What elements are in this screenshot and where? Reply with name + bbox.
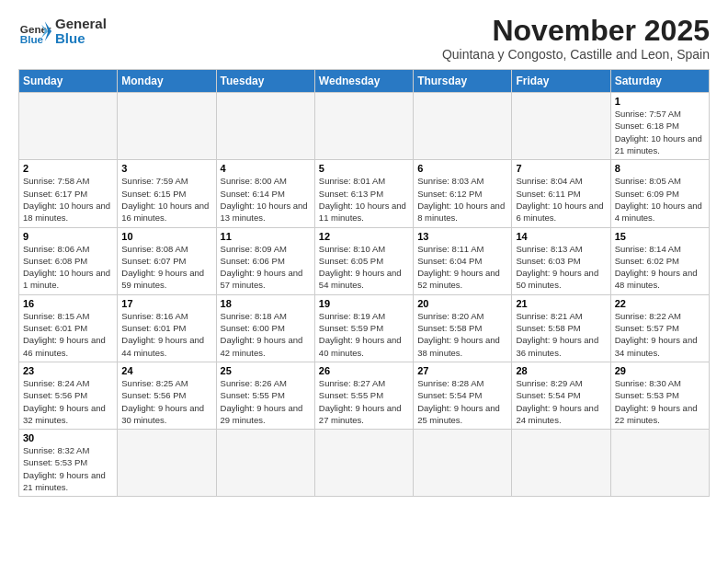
day-info: Sunrise: 7:57 AMSunset: 6:18 PMDaylight:…: [615, 108, 705, 156]
calendar-cell-day-empty: [512, 93, 610, 160]
day-number: 19: [319, 298, 409, 309]
day-number: 4: [221, 163, 311, 174]
calendar-cell-day-6: 6Sunrise: 8:03 AMSunset: 6:12 PMDaylight…: [414, 160, 512, 227]
calendar-cell-day-2: 2Sunrise: 7:58 AMSunset: 6:17 PMDaylight…: [19, 160, 118, 227]
calendar-week-2: 2Sunrise: 7:58 AMSunset: 6:17 PMDaylight…: [19, 160, 710, 227]
calendar-cell-day-20: 20Sunrise: 8:20 AMSunset: 5:58 PMDayligh…: [414, 294, 512, 362]
day-info: Sunrise: 8:15 AMSunset: 6:01 PMDaylight:…: [23, 310, 113, 359]
calendar-cell-day-8: 8Sunrise: 8:05 AMSunset: 6:09 PMDaylight…: [610, 160, 709, 227]
calendar-cell-day-19: 19Sunrise: 8:19 AMSunset: 5:59 PMDayligh…: [314, 294, 413, 362]
calendar-cell-day-24: 24Sunrise: 8:25 AMSunset: 5:56 PMDayligh…: [118, 362, 216, 429]
day-info: Sunrise: 8:21 AMSunset: 5:58 PMDaylight:…: [516, 310, 606, 359]
day-info: Sunrise: 8:25 AMSunset: 5:56 PMDaylight:…: [121, 377, 211, 426]
calendar-cell-day-empty: [314, 93, 413, 160]
calendar-cell-day-29: 29Sunrise: 8:30 AMSunset: 5:53 PMDayligh…: [610, 362, 709, 429]
calendar-cell-day-25: 25Sunrise: 8:26 AMSunset: 5:55 PMDayligh…: [216, 362, 314, 429]
calendar-week-5: 23Sunrise: 8:24 AMSunset: 5:56 PMDayligh…: [19, 362, 710, 429]
calendar-cell-day-15: 15Sunrise: 8:14 AMSunset: 6:02 PMDayligh…: [610, 227, 709, 294]
day-info: Sunrise: 8:29 AMSunset: 5:54 PMDaylight:…: [516, 377, 606, 426]
day-info: Sunrise: 8:05 AMSunset: 6:09 PMDaylight:…: [615, 175, 705, 224]
day-number: 18: [221, 298, 311, 309]
title-block: November 2025 Quintana y Congosto, Casti…: [442, 15, 710, 62]
calendar-cell-day-28: 28Sunrise: 8:29 AMSunset: 5:54 PMDayligh…: [512, 362, 610, 429]
day-info: Sunrise: 8:00 AMSunset: 6:14 PMDaylight:…: [221, 175, 311, 224]
calendar-cell-day-30: 30Sunrise: 8:32 AMSunset: 5:53 PMDayligh…: [19, 430, 118, 497]
location-subtitle: Quintana y Congosto, Castille and Leon, …: [442, 47, 710, 62]
calendar-cell-day-4: 4Sunrise: 8:00 AMSunset: 6:14 PMDaylight…: [216, 160, 314, 227]
calendar-cell-day-5: 5Sunrise: 8:01 AMSunset: 6:13 PMDaylight…: [314, 160, 413, 227]
day-info: Sunrise: 8:18 AMSunset: 6:00 PMDaylight:…: [221, 310, 311, 359]
calendar-cell-day-empty: [414, 430, 512, 497]
day-number: 23: [23, 365, 113, 376]
col-header-friday: Friday: [512, 70, 610, 93]
day-number: 26: [319, 365, 409, 376]
day-info: Sunrise: 8:24 AMSunset: 5:56 PMDaylight:…: [23, 377, 113, 426]
calendar-cell-day-empty: [118, 93, 216, 160]
day-info: Sunrise: 8:32 AMSunset: 5:53 PMDaylight:…: [23, 444, 113, 493]
day-number: 7: [516, 163, 606, 174]
day-number: 14: [516, 231, 606, 242]
calendar-cell-day-12: 12Sunrise: 8:10 AMSunset: 6:05 PMDayligh…: [314, 227, 413, 294]
day-number: 2: [23, 163, 113, 174]
day-info: Sunrise: 8:14 AMSunset: 6:02 PMDaylight:…: [615, 243, 705, 292]
day-number: 11: [221, 231, 311, 242]
calendar-cell-day-17: 17Sunrise: 8:16 AMSunset: 6:01 PMDayligh…: [118, 294, 216, 362]
calendar-cell-day-empty: [216, 430, 314, 497]
day-info: Sunrise: 8:08 AMSunset: 6:07 PMDaylight:…: [121, 243, 211, 292]
logo: General Blue General Blue: [18, 15, 107, 48]
day-number: 25: [221, 365, 311, 376]
month-title: November 2025: [442, 15, 710, 47]
day-info: Sunrise: 7:58 AMSunset: 6:17 PMDaylight:…: [23, 175, 113, 224]
day-info: Sunrise: 8:04 AMSunset: 6:11 PMDaylight:…: [516, 175, 606, 224]
day-info: Sunrise: 8:28 AMSunset: 5:54 PMDaylight:…: [417, 377, 507, 426]
calendar-cell-day-10: 10Sunrise: 8:08 AMSunset: 6:07 PMDayligh…: [118, 227, 216, 294]
day-info: Sunrise: 8:19 AMSunset: 5:59 PMDaylight:…: [319, 310, 409, 359]
calendar-week-1: 1Sunrise: 7:57 AMSunset: 6:18 PMDaylight…: [19, 93, 710, 160]
calendar-week-6: 30Sunrise: 8:32 AMSunset: 5:53 PMDayligh…: [19, 430, 710, 497]
day-info: Sunrise: 7:59 AMSunset: 6:15 PMDaylight:…: [121, 175, 211, 224]
logo-blue: Blue: [55, 31, 107, 47]
day-number: 10: [121, 231, 211, 242]
day-number: 15: [615, 231, 705, 242]
calendar-cell-day-3: 3Sunrise: 7:59 AMSunset: 6:15 PMDaylight…: [118, 160, 216, 227]
calendar-cell-day-empty: [512, 430, 610, 497]
day-number: 29: [615, 365, 705, 376]
day-number: 28: [516, 365, 606, 376]
day-number: 1: [615, 96, 705, 107]
calendar-cell-day-empty: [610, 430, 709, 497]
col-header-wednesday: Wednesday: [314, 70, 413, 93]
calendar-cell-day-27: 27Sunrise: 8:28 AMSunset: 5:54 PMDayligh…: [414, 362, 512, 429]
calendar-cell-day-empty: [19, 93, 118, 160]
day-number: 8: [615, 163, 705, 174]
day-number: 30: [23, 432, 113, 443]
col-header-thursday: Thursday: [414, 70, 512, 93]
day-number: 20: [417, 298, 507, 309]
day-number: 5: [319, 163, 409, 174]
calendar-cell-day-23: 23Sunrise: 8:24 AMSunset: 5:56 PMDayligh…: [19, 362, 118, 429]
day-info: Sunrise: 8:22 AMSunset: 5:57 PMDaylight:…: [615, 310, 705, 359]
day-number: 22: [615, 298, 705, 309]
day-number: 21: [516, 298, 606, 309]
calendar-cell-day-14: 14Sunrise: 8:13 AMSunset: 6:03 PMDayligh…: [512, 227, 610, 294]
day-number: 13: [417, 231, 507, 242]
calendar-cell-day-26: 26Sunrise: 8:27 AMSunset: 5:55 PMDayligh…: [314, 362, 413, 429]
day-info: Sunrise: 8:30 AMSunset: 5:53 PMDaylight:…: [615, 377, 705, 426]
calendar-cell-day-11: 11Sunrise: 8:09 AMSunset: 6:06 PMDayligh…: [216, 227, 314, 294]
day-info: Sunrise: 8:16 AMSunset: 6:01 PMDaylight:…: [121, 310, 211, 359]
calendar-cell-day-empty: [314, 430, 413, 497]
day-number: 3: [121, 163, 211, 174]
col-header-tuesday: Tuesday: [216, 70, 314, 93]
calendar-cell-day-18: 18Sunrise: 8:18 AMSunset: 6:00 PMDayligh…: [216, 294, 314, 362]
calendar-cell-day-13: 13Sunrise: 8:11 AMSunset: 6:04 PMDayligh…: [414, 227, 512, 294]
col-header-monday: Monday: [118, 70, 216, 93]
day-info: Sunrise: 8:10 AMSunset: 6:05 PMDaylight:…: [319, 243, 409, 292]
day-info: Sunrise: 8:26 AMSunset: 5:55 PMDaylight:…: [221, 377, 311, 426]
day-info: Sunrise: 8:03 AMSunset: 6:12 PMDaylight:…: [417, 175, 507, 224]
day-number: 24: [121, 365, 211, 376]
col-header-sunday: Sunday: [19, 70, 118, 93]
calendar-cell-day-1: 1Sunrise: 7:57 AMSunset: 6:18 PMDaylight…: [610, 93, 709, 160]
calendar-cell-day-empty: [216, 93, 314, 160]
day-info: Sunrise: 8:01 AMSunset: 6:13 PMDaylight:…: [319, 175, 409, 224]
day-info: Sunrise: 8:09 AMSunset: 6:06 PMDaylight:…: [221, 243, 311, 292]
calendar-cell-day-empty: [414, 93, 512, 160]
